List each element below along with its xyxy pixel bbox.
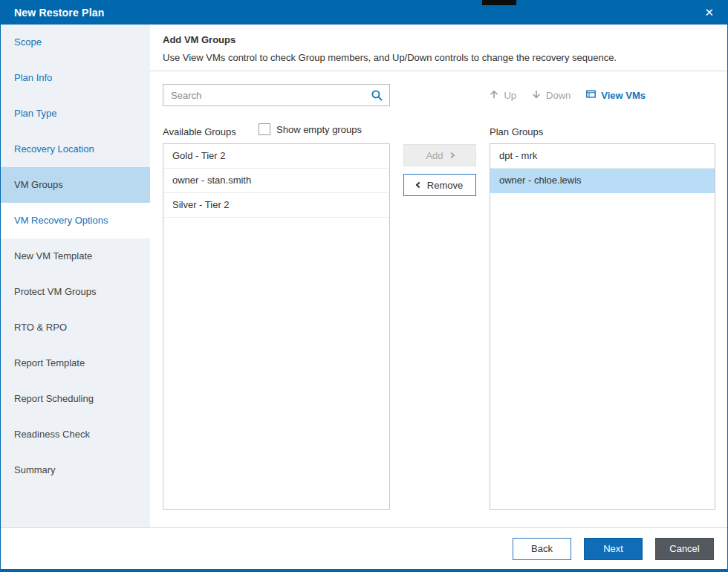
down-arrow-icon bbox=[531, 89, 542, 102]
down-button[interactable]: Down bbox=[531, 89, 571, 102]
plan-groups-list: dpt - mrk owner - chloe.lewis bbox=[490, 143, 715, 510]
sidebar-item-scope[interactable]: Scope bbox=[1, 25, 150, 60]
dialog-body: Scope Plan Info Plan Type Recovery Locat… bbox=[1, 25, 727, 527]
plan-groups-label: Plan Groups bbox=[490, 126, 543, 137]
new-restore-plan-dialog: New Restore Plan ✕ Scope Plan Info Plan … bbox=[0, 0, 728, 572]
sidebar-item-plan-type[interactable]: Plan Type bbox=[1, 96, 150, 131]
sidebar-item-vm-groups[interactable]: VM Groups bbox=[1, 167, 150, 203]
titlebar: New Restore Plan ✕ bbox=[1, 0, 727, 25]
back-button[interactable]: Back bbox=[513, 538, 571, 560]
sidebar-item-vm-recovery-options[interactable]: VM Recovery Options bbox=[1, 203, 150, 238]
page-title: Add VM Groups bbox=[163, 34, 712, 45]
dialog-footer: Back Next Cancel bbox=[1, 527, 727, 569]
show-empty-groups-checkbox[interactable] bbox=[259, 123, 270, 135]
main-panel: Add VM Groups Use View VMs control to ch… bbox=[150, 25, 727, 527]
available-groups-list: Gold - Tier 2 owner - stan.smith Silver … bbox=[163, 143, 390, 510]
view-vms-label: View VMs bbox=[601, 90, 646, 101]
sidebar-item-report-template[interactable]: Report Template bbox=[1, 345, 150, 381]
sidebar-item-readiness-check[interactable]: Readiness Check bbox=[1, 417, 150, 452]
window-title: New Restore Plan bbox=[14, 7, 104, 19]
remove-button[interactable]: Remove bbox=[403, 174, 476, 196]
list-item-selected[interactable]: owner - chloe.lewis bbox=[490, 169, 715, 193]
sidebar-item-recovery-location[interactable]: Recovery Location bbox=[1, 131, 150, 167]
wizard-steps-sidebar: Scope Plan Info Plan Type Recovery Locat… bbox=[1, 25, 150, 527]
sidebar-item-new-vm-template[interactable]: New VM Template bbox=[1, 238, 150, 274]
list-item[interactable]: Silver - Tier 2 bbox=[163, 193, 389, 218]
close-icon[interactable]: ✕ bbox=[703, 4, 715, 21]
chevron-right-icon bbox=[448, 152, 454, 158]
next-button[interactable]: Next bbox=[584, 538, 643, 560]
up-arrow-icon bbox=[489, 89, 499, 102]
search-box bbox=[163, 84, 390, 106]
add-button[interactable]: Add bbox=[403, 144, 476, 166]
sequence-toolbar: Up Down View VMs bbox=[489, 84, 646, 106]
page-subtitle: Use View VMs control to check Group memb… bbox=[163, 52, 712, 63]
list-item[interactable]: dpt - mrk bbox=[490, 144, 715, 169]
search-icon[interactable] bbox=[371, 89, 389, 102]
list-item[interactable]: owner - stan.smith bbox=[163, 169, 389, 193]
sidebar-item-rto-rpo[interactable]: RTO & RPO bbox=[1, 310, 150, 345]
show-empty-groups-label: Show empty groups bbox=[276, 124, 362, 135]
sidebar-item-report-scheduling[interactable]: Report Scheduling bbox=[1, 381, 150, 417]
page-content: Up Down View VMs Available Groups Show e… bbox=[150, 71, 727, 527]
up-button-label: Up bbox=[504, 90, 516, 101]
sidebar-item-summary[interactable]: Summary bbox=[1, 452, 150, 488]
external-window-fragment bbox=[482, 0, 516, 5]
cancel-button[interactable]: Cancel bbox=[655, 538, 714, 560]
view-vms-icon bbox=[585, 89, 597, 102]
remove-button-label: Remove bbox=[427, 180, 463, 191]
list-item[interactable]: Gold - Tier 2 bbox=[163, 144, 389, 169]
add-button-label: Add bbox=[426, 150, 443, 161]
page-header: Add VM Groups Use View VMs control to ch… bbox=[150, 25, 727, 71]
search-input[interactable] bbox=[163, 90, 371, 101]
down-button-label: Down bbox=[546, 90, 571, 101]
available-groups-label: Available Groups bbox=[163, 126, 236, 137]
view-vms-button[interactable]: View VMs bbox=[585, 89, 646, 102]
up-button[interactable]: Up bbox=[489, 89, 516, 102]
chevron-left-icon bbox=[416, 182, 422, 188]
sidebar-item-protect-vm-groups[interactable]: Protect VM Groups bbox=[1, 274, 150, 310]
show-empty-groups-toggle[interactable]: Show empty groups bbox=[259, 123, 362, 135]
sidebar-item-plan-info[interactable]: Plan Info bbox=[1, 60, 150, 96]
